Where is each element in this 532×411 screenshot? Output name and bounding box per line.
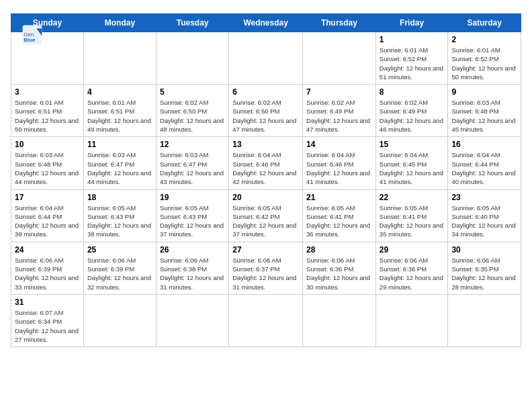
calendar-week-row: 1Sunrise: 6:01 AM Sunset: 6:52 PM Daylig… [11, 32, 521, 85]
day-info: Sunrise: 6:05 AM Sunset: 6:42 PM Dayligh… [232, 203, 299, 239]
calendar-cell [83, 294, 156, 347]
calendar-cell: 23Sunrise: 6:05 AM Sunset: 6:40 PM Dayli… [448, 189, 521, 242]
calendar-cell [375, 294, 448, 347]
calendar-week-row: 31Sunrise: 6:07 AM Sunset: 6:34 PM Dayli… [11, 294, 521, 347]
day-number: 26 [160, 245, 225, 255]
calendar-week-row: 24Sunrise: 6:06 AM Sunset: 6:39 PM Dayli… [11, 242, 521, 294]
day-info: Sunrise: 6:06 AM Sunset: 6:36 PM Dayligh… [380, 256, 445, 291]
day-info: Sunrise: 6:06 AM Sunset: 6:39 PM Dayligh… [15, 256, 80, 291]
calendar-cell: 6Sunrise: 6:02 AM Sunset: 6:50 PM Daylig… [229, 85, 303, 137]
svg-text:Blue: Blue [24, 37, 36, 43]
day-info: Sunrise: 6:05 AM Sunset: 6:43 PM Dayligh… [87, 203, 152, 239]
day-number: 27 [232, 245, 299, 255]
day-info: Sunrise: 6:02 AM Sunset: 6:49 PM Dayligh… [306, 98, 372, 134]
day-number: 14 [306, 140, 372, 149]
day-number: 29 [380, 245, 445, 255]
calendar-cell: 20Sunrise: 6:05 AM Sunset: 6:42 PM Dayli… [229, 189, 303, 242]
calendar-cell: 3Sunrise: 6:01 AM Sunset: 6:51 PM Daylig… [11, 85, 84, 137]
calendar-cell: 28Sunrise: 6:06 AM Sunset: 6:36 PM Dayli… [303, 242, 376, 294]
calendar-cell: 29Sunrise: 6:06 AM Sunset: 6:36 PM Dayli… [375, 242, 448, 294]
calendar-cell [448, 294, 521, 347]
calendar-cell [83, 32, 156, 85]
calendar-cell: 27Sunrise: 6:06 AM Sunset: 6:37 PM Dayli… [229, 242, 303, 294]
day-number: 5 [160, 87, 225, 97]
day-number: 7 [306, 87, 372, 97]
calendar-cell: 8Sunrise: 6:02 AM Sunset: 6:49 PM Daylig… [375, 85, 448, 137]
day-info: Sunrise: 6:06 AM Sunset: 6:35 PM Dayligh… [451, 256, 517, 291]
weekday-header-row: SundayMondayTuesdayWednesdayThursdayFrid… [11, 14, 521, 32]
day-info: Sunrise: 6:02 AM Sunset: 6:50 PM Dayligh… [232, 98, 299, 134]
calendar-cell: 9Sunrise: 6:03 AM Sunset: 6:48 PM Daylig… [448, 85, 521, 137]
logo: Gen Blue [21, 24, 46, 46]
calendar-cell: 4Sunrise: 6:01 AM Sunset: 6:51 PM Daylig… [83, 85, 156, 137]
weekday-header: Wednesday [229, 14, 303, 32]
day-number: 2 [451, 35, 517, 44]
calendar-cell: 26Sunrise: 6:06 AM Sunset: 6:38 PM Dayli… [156, 242, 228, 294]
day-info: Sunrise: 6:07 AM Sunset: 6:34 PM Dayligh… [15, 308, 80, 344]
calendar-cell: 19Sunrise: 6:05 AM Sunset: 6:43 PM Dayli… [156, 189, 228, 242]
calendar-cell [156, 294, 228, 347]
day-number: 19 [160, 193, 225, 202]
day-info: Sunrise: 6:01 AM Sunset: 6:51 PM Dayligh… [15, 98, 80, 134]
day-number: 25 [87, 245, 152, 255]
day-number: 22 [380, 193, 445, 202]
day-number: 28 [306, 245, 372, 255]
day-number: 15 [380, 140, 445, 149]
calendar-cell: 14Sunrise: 6:04 AM Sunset: 6:46 PM Dayli… [303, 137, 376, 189]
calendar-cell: 24Sunrise: 6:06 AM Sunset: 6:39 PM Dayli… [11, 242, 84, 294]
calendar-cell: 18Sunrise: 6:05 AM Sunset: 6:43 PM Dayli… [83, 189, 156, 242]
weekday-header: Friday [375, 14, 448, 32]
day-number: 12 [160, 140, 225, 149]
calendar-cell [303, 294, 376, 347]
calendar-cell [229, 294, 303, 347]
calendar-cell: 1Sunrise: 6:01 AM Sunset: 6:52 PM Daylig… [375, 32, 448, 85]
day-info: Sunrise: 6:06 AM Sunset: 6:36 PM Dayligh… [306, 256, 372, 291]
day-info: Sunrise: 6:05 AM Sunset: 6:41 PM Dayligh… [380, 203, 445, 239]
day-number: 13 [232, 140, 299, 149]
day-info: Sunrise: 6:01 AM Sunset: 6:52 PM Dayligh… [380, 46, 445, 81]
calendar-table: SundayMondayTuesdayWednesdayThursdayFrid… [11, 13, 521, 347]
day-number: 30 [451, 245, 517, 255]
calendar-cell: 12Sunrise: 6:03 AM Sunset: 6:47 PM Dayli… [156, 137, 228, 189]
calendar-cell [156, 32, 228, 85]
calendar-cell: 30Sunrise: 6:06 AM Sunset: 6:35 PM Dayli… [448, 242, 521, 294]
weekday-header: Tuesday [156, 14, 228, 32]
day-number: 11 [87, 140, 152, 149]
calendar-cell: 22Sunrise: 6:05 AM Sunset: 6:41 PM Dayli… [375, 189, 448, 242]
calendar-cell: 2Sunrise: 6:01 AM Sunset: 6:52 PM Daylig… [448, 32, 521, 85]
day-info: Sunrise: 6:03 AM Sunset: 6:48 PM Dayligh… [451, 98, 517, 134]
day-number: 16 [451, 140, 517, 149]
day-number: 10 [15, 140, 80, 149]
day-info: Sunrise: 6:04 AM Sunset: 6:46 PM Dayligh… [306, 150, 372, 186]
day-info: Sunrise: 6:04 AM Sunset: 6:44 PM Dayligh… [15, 203, 80, 239]
day-info: Sunrise: 6:03 AM Sunset: 6:48 PM Dayligh… [15, 150, 80, 186]
calendar-cell: 25Sunrise: 6:06 AM Sunset: 6:39 PM Dayli… [83, 242, 156, 294]
calendar-cell: 7Sunrise: 6:02 AM Sunset: 6:49 PM Daylig… [303, 85, 376, 137]
day-number: 1 [380, 35, 445, 44]
weekday-header: Saturday [448, 14, 521, 32]
day-info: Sunrise: 6:01 AM Sunset: 6:52 PM Dayligh… [451, 46, 517, 81]
weekday-header: Monday [83, 14, 156, 32]
day-info: Sunrise: 6:04 AM Sunset: 6:45 PM Dayligh… [380, 150, 445, 186]
day-info: Sunrise: 6:06 AM Sunset: 6:39 PM Dayligh… [87, 256, 152, 291]
calendar-cell: 17Sunrise: 6:04 AM Sunset: 6:44 PM Dayli… [11, 189, 84, 242]
day-number: 8 [380, 87, 445, 97]
calendar-cell: 31Sunrise: 6:07 AM Sunset: 6:34 PM Dayli… [11, 294, 84, 347]
day-info: Sunrise: 6:03 AM Sunset: 6:47 PM Dayligh… [87, 150, 152, 186]
day-info: Sunrise: 6:01 AM Sunset: 6:51 PM Dayligh… [87, 98, 152, 134]
calendar-cell: 15Sunrise: 6:04 AM Sunset: 6:45 PM Dayli… [375, 137, 448, 189]
day-number: 24 [15, 245, 80, 255]
day-number: 31 [15, 298, 80, 307]
calendar-cell: 13Sunrise: 6:04 AM Sunset: 6:46 PM Dayli… [229, 137, 303, 189]
calendar-week-row: 10Sunrise: 6:03 AM Sunset: 6:48 PM Dayli… [11, 137, 521, 189]
day-info: Sunrise: 6:06 AM Sunset: 6:38 PM Dayligh… [160, 256, 225, 291]
day-info: Sunrise: 6:05 AM Sunset: 6:40 PM Dayligh… [451, 203, 517, 239]
day-number: 20 [232, 193, 299, 202]
day-number: 18 [87, 193, 152, 202]
day-info: Sunrise: 6:02 AM Sunset: 6:50 PM Dayligh… [160, 98, 225, 134]
day-info: Sunrise: 6:05 AM Sunset: 6:43 PM Dayligh… [160, 203, 225, 239]
weekday-header: Thursday [303, 14, 376, 32]
day-info: Sunrise: 6:04 AM Sunset: 6:46 PM Dayligh… [232, 150, 299, 186]
calendar-week-row: 17Sunrise: 6:04 AM Sunset: 6:44 PM Dayli… [11, 189, 521, 242]
calendar-cell: 11Sunrise: 6:03 AM Sunset: 6:47 PM Dayli… [83, 137, 156, 189]
